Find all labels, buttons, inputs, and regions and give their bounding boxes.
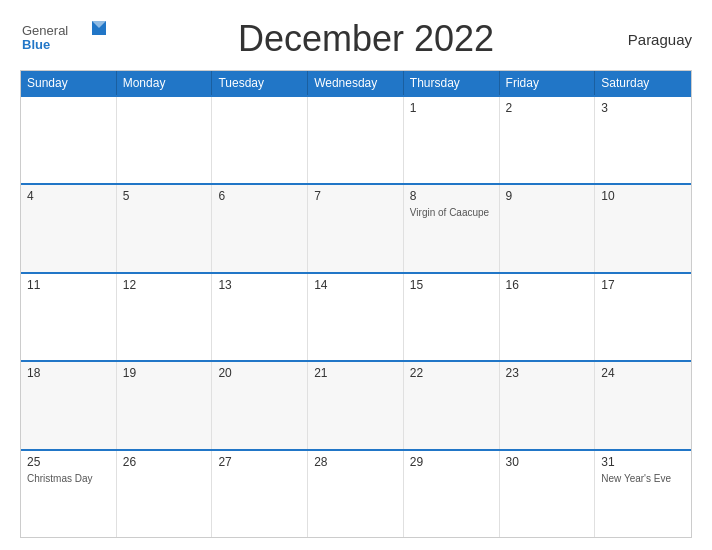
calendar-cell: 21: [308, 362, 404, 448]
cell-day-number: 15: [410, 278, 493, 292]
calendar-cell: 17: [595, 274, 691, 360]
cell-day-number: 7: [314, 189, 397, 203]
calendar-cell: 10: [595, 185, 691, 271]
cell-day-number: 21: [314, 366, 397, 380]
calendar-cell: 5: [117, 185, 213, 271]
calendar-cell: 15: [404, 274, 500, 360]
cell-day-number: 8: [410, 189, 493, 203]
calendar-cell: 23: [500, 362, 596, 448]
cell-day-number: 20: [218, 366, 301, 380]
day-header-wednesday: Wednesday: [308, 71, 404, 95]
day-header-sunday: Sunday: [21, 71, 117, 95]
cell-day-number: 26: [123, 455, 206, 469]
calendar-cell: 31New Year's Eve: [595, 451, 691, 537]
calendar-cell: 19: [117, 362, 213, 448]
cell-event-label: Virgin of Caacupe: [410, 207, 489, 218]
cell-day-number: 10: [601, 189, 685, 203]
cell-event-label: Christmas Day: [27, 473, 93, 484]
cell-day-number: 9: [506, 189, 589, 203]
week-row-1: 45678Virgin of Caacupe910: [21, 183, 691, 271]
cell-event-label: New Year's Eve: [601, 473, 671, 484]
calendar-cell: 20: [212, 362, 308, 448]
cell-day-number: 2: [506, 101, 589, 115]
cell-day-number: 27: [218, 455, 301, 469]
cell-day-number: 13: [218, 278, 301, 292]
calendar-cell: [212, 97, 308, 183]
calendar-cell: 2: [500, 97, 596, 183]
day-header-saturday: Saturday: [595, 71, 691, 95]
logo-text: General Blue: [20, 19, 110, 59]
week-row-0: 123: [21, 95, 691, 183]
week-row-3: 18192021222324: [21, 360, 691, 448]
cell-day-number: 19: [123, 366, 206, 380]
cell-day-number: 18: [27, 366, 110, 380]
calendar-cell: 30: [500, 451, 596, 537]
header: General Blue December 2022 Paraguay: [20, 18, 692, 60]
weeks-container: 12345678Virgin of Caacupe910111213141516…: [21, 95, 691, 537]
cell-day-number: 30: [506, 455, 589, 469]
cell-day-number: 4: [27, 189, 110, 203]
calendar-cell: [117, 97, 213, 183]
cell-day-number: 25: [27, 455, 110, 469]
day-header-monday: Monday: [117, 71, 213, 95]
svg-text:General: General: [22, 23, 68, 38]
calendar-cell: [21, 97, 117, 183]
calendar-page: General Blue December 2022 Paraguay Sund…: [0, 0, 712, 550]
cell-day-number: 22: [410, 366, 493, 380]
svg-text:Blue: Blue: [22, 37, 50, 52]
cell-day-number: 16: [506, 278, 589, 292]
calendar-cell: 29: [404, 451, 500, 537]
calendar-cell: 6: [212, 185, 308, 271]
calendar-cell: 25Christmas Day: [21, 451, 117, 537]
cell-day-number: 29: [410, 455, 493, 469]
cell-day-number: 31: [601, 455, 685, 469]
calendar-cell: 11: [21, 274, 117, 360]
calendar-cell: 26: [117, 451, 213, 537]
week-row-4: 25Christmas Day262728293031New Year's Ev…: [21, 449, 691, 537]
calendar-cell: 4: [21, 185, 117, 271]
calendar-cell: 18: [21, 362, 117, 448]
calendar-cell: [308, 97, 404, 183]
logo: General Blue: [20, 19, 110, 59]
calendar-cell: 24: [595, 362, 691, 448]
cell-day-number: 24: [601, 366, 685, 380]
day-header-tuesday: Tuesday: [212, 71, 308, 95]
calendar-cell: 9: [500, 185, 596, 271]
calendar-cell: 22: [404, 362, 500, 448]
calendar-cell: 13: [212, 274, 308, 360]
cell-day-number: 28: [314, 455, 397, 469]
cell-day-number: 3: [601, 101, 685, 115]
calendar-cell: 8Virgin of Caacupe: [404, 185, 500, 271]
country-label: Paraguay: [622, 31, 692, 48]
calendar-cell: 28: [308, 451, 404, 537]
calendar-cell: 16: [500, 274, 596, 360]
cell-day-number: 6: [218, 189, 301, 203]
cell-day-number: 12: [123, 278, 206, 292]
calendar-cell: 7: [308, 185, 404, 271]
calendar-cell: 12: [117, 274, 213, 360]
cell-day-number: 11: [27, 278, 110, 292]
day-header-thursday: Thursday: [404, 71, 500, 95]
month-title: December 2022: [110, 18, 622, 60]
day-headers-row: SundayMondayTuesdayWednesdayThursdayFrid…: [21, 71, 691, 95]
cell-day-number: 1: [410, 101, 493, 115]
week-row-2: 11121314151617: [21, 272, 691, 360]
logo-svg: General Blue: [20, 19, 110, 55]
calendar-cell: 14: [308, 274, 404, 360]
calendar-grid: SundayMondayTuesdayWednesdayThursdayFrid…: [20, 70, 692, 538]
day-header-friday: Friday: [500, 71, 596, 95]
cell-day-number: 14: [314, 278, 397, 292]
cell-day-number: 5: [123, 189, 206, 203]
cell-day-number: 17: [601, 278, 685, 292]
calendar-cell: 1: [404, 97, 500, 183]
calendar-cell: 27: [212, 451, 308, 537]
calendar-cell: 3: [595, 97, 691, 183]
cell-day-number: 23: [506, 366, 589, 380]
